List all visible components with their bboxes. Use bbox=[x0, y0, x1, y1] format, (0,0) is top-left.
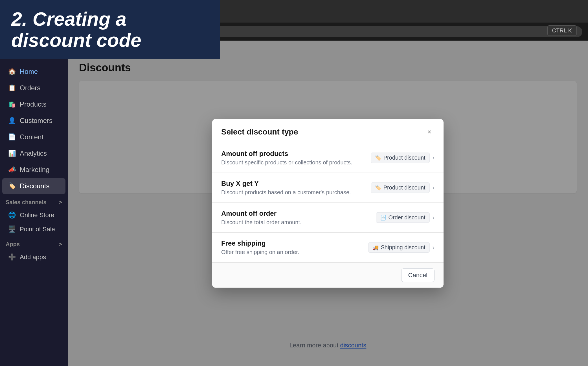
buy-x-get-y-info: Buy X get Y Discount products based on a… bbox=[221, 180, 351, 196]
sidebar-item-discounts[interactable]: 🏷️ Discounts bbox=[2, 178, 65, 194]
sidebar-item-label: Products bbox=[20, 100, 47, 108]
buy-x-get-y-row[interactable]: Buy X get Y Discount products based on a… bbox=[212, 173, 444, 203]
chevron-right-icon-2: › bbox=[433, 184, 435, 191]
add-apps-icon: ➕ bbox=[8, 253, 16, 261]
amount-off-products-row[interactable]: Amount off products Discount specific pr… bbox=[212, 143, 444, 173]
amount-off-order-info: Amount off order Discount the total orde… bbox=[221, 210, 302, 226]
sidebar-item-label: Discounts bbox=[20, 182, 49, 190]
product-discount-badge-1: 🏷️ Product discount bbox=[371, 153, 430, 163]
sidebar-item-label: Point of Sale bbox=[20, 226, 55, 233]
free-shipping-badge-area: 🚚 Shipping discount › bbox=[368, 242, 435, 253]
online-store-icon: 🌐 bbox=[8, 211, 16, 219]
modal-overlay: Select discount type × Amount off produc… bbox=[68, 41, 588, 366]
badge-label-2: Product discount bbox=[383, 184, 425, 191]
buy-x-get-y-heading: Buy X get Y bbox=[221, 180, 351, 188]
chevron-right-icon-3: › bbox=[433, 214, 435, 221]
sidebar-item-label: Add apps bbox=[20, 253, 46, 261]
product-discount-badge-2: 🏷️ Product discount bbox=[371, 182, 430, 193]
amount-off-order-row[interactable]: Amount off order Discount the total orde… bbox=[212, 203, 444, 233]
buy-x-get-y-badge-area: 🏷️ Product discount › bbox=[371, 182, 435, 193]
amount-off-order-description: Discount the total order amount. bbox=[221, 219, 302, 226]
cancel-button[interactable]: Cancel bbox=[401, 268, 435, 282]
search-shortcut[interactable]: CTRL K bbox=[547, 25, 577, 36]
badge-label-3: Order discount bbox=[389, 214, 425, 221]
sidebar-item-products[interactable]: 🛍️ Products bbox=[2, 96, 65, 112]
sales-channels-expand-icon[interactable]: > bbox=[59, 199, 62, 206]
marketing-icon: 📣 bbox=[8, 166, 16, 174]
free-shipping-row[interactable]: Free shipping Offer free shipping on an … bbox=[212, 233, 444, 263]
modal-footer: Cancel bbox=[212, 263, 444, 288]
products-icon: 🛍️ bbox=[8, 100, 16, 108]
apps-expand-icon[interactable]: > bbox=[59, 241, 62, 248]
amount-off-order-badge-area: 🧾 Order discount › bbox=[376, 212, 435, 223]
sidebar-item-label: Analytics bbox=[20, 149, 47, 157]
content-icon: 📄 bbox=[8, 133, 16, 141]
sidebar-item-home[interactable]: 🏠 Home bbox=[2, 64, 65, 80]
sidebar-item-customers[interactable]: 👤 Customers bbox=[2, 113, 65, 129]
modal-close-button[interactable]: × bbox=[424, 127, 435, 137]
tag-icon-2: 🏷️ bbox=[375, 185, 381, 191]
sidebar-item-label: Online Store bbox=[20, 211, 54, 219]
discount-type-modal: Select discount type × Amount off produc… bbox=[212, 119, 444, 288]
modal-title: Select discount type bbox=[221, 127, 298, 136]
sidebar-item-content[interactable]: 📄 Content bbox=[2, 129, 65, 145]
sidebar-item-label: Home bbox=[20, 68, 38, 76]
shipping-discount-badge: 🚚 Shipping discount bbox=[368, 242, 430, 253]
search-shortcut-label: CTRL K bbox=[552, 27, 572, 34]
badge-label-4: Shipping discount bbox=[381, 244, 425, 251]
chevron-right-icon-1: › bbox=[433, 154, 435, 162]
annotation-text: 2. Creating a discount code bbox=[11, 8, 209, 51]
home-icon: 🏠 bbox=[8, 68, 16, 76]
free-shipping-description: Offer free shipping on an order. bbox=[221, 249, 299, 255]
main-layout: S 🏠 Home 📋 Orders 🛍️ Products 👤 Customer… bbox=[0, 41, 588, 366]
amount-off-products-heading: Amount off products bbox=[221, 150, 352, 158]
sidebar-item-marketing[interactable]: 📣 Marketing bbox=[2, 162, 65, 178]
orders-icon: 📋 bbox=[8, 84, 16, 92]
truck-icon: 🚚 bbox=[372, 244, 379, 251]
sidebar-item-label: Customers bbox=[20, 117, 52, 125]
annotation-overlay: 2. Creating a discount code bbox=[0, 0, 220, 59]
content-area: Home Discounts Select discount type × Am… bbox=[68, 41, 588, 366]
order-discount-badge: 🧾 Order discount bbox=[376, 212, 430, 223]
modal-header: Select discount type × bbox=[212, 119, 444, 143]
sidebar-item-label: Marketing bbox=[20, 166, 49, 174]
point-of-sale-icon: 🖥️ bbox=[8, 225, 16, 233]
sidebar-item-label: Content bbox=[20, 133, 43, 141]
buy-x-get-y-description: Discount products based on a customer's … bbox=[221, 189, 351, 196]
analytics-icon: 📊 bbox=[8, 149, 16, 157]
apps-label: Apps bbox=[6, 241, 20, 248]
amount-off-order-heading: Amount off order bbox=[221, 210, 302, 217]
sidebar-item-analytics[interactable]: 📊 Analytics bbox=[2, 145, 65, 161]
sidebar: S 🏠 Home 📋 Orders 🛍️ Products 👤 Customer… bbox=[0, 41, 68, 366]
sidebar-item-online-store[interactable]: 🌐 Online Store bbox=[2, 208, 65, 222]
discounts-icon: 🏷️ bbox=[8, 182, 16, 190]
amount-off-products-info: Amount off products Discount specific pr… bbox=[221, 150, 352, 166]
amount-off-products-badge-area: 🏷️ Product discount › bbox=[371, 153, 435, 163]
chevron-right-icon-4: › bbox=[433, 244, 435, 251]
sidebar-item-add-apps[interactable]: ➕ Add apps bbox=[2, 250, 65, 264]
sidebar-item-label: Orders bbox=[20, 84, 40, 92]
free-shipping-info: Free shipping Offer free shipping on an … bbox=[221, 239, 299, 255]
sidebar-item-point-of-sale[interactable]: 🖥️ Point of Sale bbox=[2, 222, 65, 236]
customers-icon: 👤 bbox=[8, 117, 16, 125]
amount-off-products-description: Discount specific products or collection… bbox=[221, 159, 352, 166]
free-shipping-heading: Free shipping bbox=[221, 239, 299, 247]
sales-channels-section: Sales channels > bbox=[0, 195, 68, 208]
apps-section: Apps > bbox=[0, 237, 68, 250]
sales-channels-label: Sales channels bbox=[6, 199, 47, 206]
tag-icon-1: 🏷️ bbox=[375, 155, 381, 161]
badge-label-1: Product discount bbox=[383, 155, 425, 161]
receipt-icon: 🧾 bbox=[380, 215, 386, 221]
sidebar-item-orders[interactable]: 📋 Orders bbox=[2, 80, 65, 96]
